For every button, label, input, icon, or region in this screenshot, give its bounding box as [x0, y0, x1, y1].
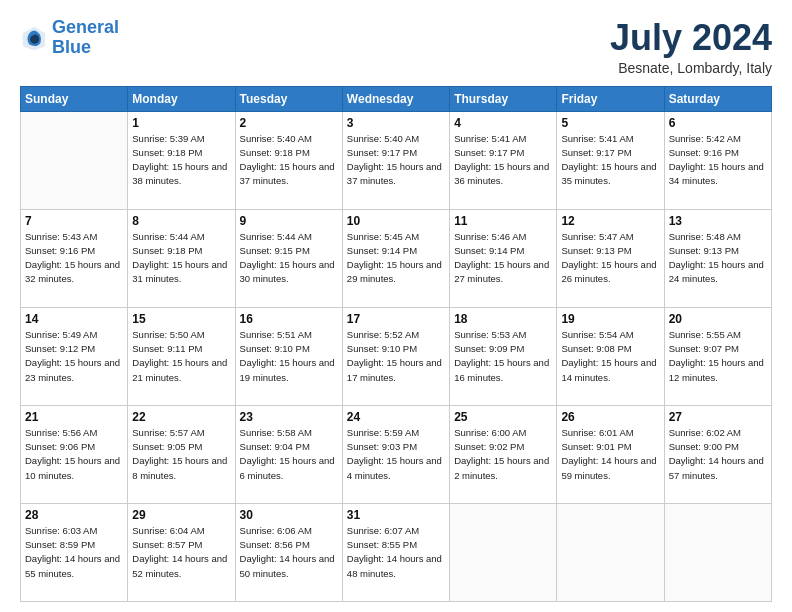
sunrise-text: Sunrise: 5:42 AM [669, 133, 741, 144]
daylight-text: Daylight: 15 hours and 19 minutes. [240, 357, 335, 382]
day-number: 9 [240, 214, 338, 228]
day-number: 17 [347, 312, 445, 326]
logo-icon [20, 24, 48, 52]
calendar-week-row: 7 Sunrise: 5:43 AM Sunset: 9:16 PM Dayli… [21, 209, 772, 307]
table-row: 16 Sunrise: 5:51 AM Sunset: 9:10 PM Dayl… [235, 307, 342, 405]
day-number: 4 [454, 116, 552, 130]
table-row: 3 Sunrise: 5:40 AM Sunset: 9:17 PM Dayli… [342, 111, 449, 209]
day-info: Sunrise: 5:59 AM Sunset: 9:03 PM Dayligh… [347, 426, 445, 483]
daylight-text: Daylight: 15 hours and 23 minutes. [25, 357, 120, 382]
sunset-text: Sunset: 9:11 PM [132, 343, 202, 354]
daylight-text: Daylight: 15 hours and 2 minutes. [454, 455, 549, 480]
day-info: Sunrise: 5:41 AM Sunset: 9:17 PM Dayligh… [561, 132, 659, 189]
day-number: 31 [347, 508, 445, 522]
daylight-text: Daylight: 15 hours and 37 minutes. [347, 161, 442, 186]
calendar-header-row: Sunday Monday Tuesday Wednesday Thursday… [21, 86, 772, 111]
day-info: Sunrise: 5:55 AM Sunset: 9:07 PM Dayligh… [669, 328, 767, 385]
day-number: 5 [561, 116, 659, 130]
sunset-text: Sunset: 9:00 PM [669, 441, 739, 452]
col-saturday: Saturday [664, 86, 771, 111]
sunrise-text: Sunrise: 5:57 AM [132, 427, 204, 438]
table-row: 18 Sunrise: 5:53 AM Sunset: 9:09 PM Dayl… [450, 307, 557, 405]
daylight-text: Daylight: 15 hours and 30 minutes. [240, 259, 335, 284]
sunset-text: Sunset: 9:10 PM [240, 343, 310, 354]
sunrise-text: Sunrise: 6:07 AM [347, 525, 419, 536]
day-number: 20 [669, 312, 767, 326]
day-number: 1 [132, 116, 230, 130]
sunrise-text: Sunrise: 6:04 AM [132, 525, 204, 536]
calendar-week-row: 14 Sunrise: 5:49 AM Sunset: 9:12 PM Dayl… [21, 307, 772, 405]
day-info: Sunrise: 5:52 AM Sunset: 9:10 PM Dayligh… [347, 328, 445, 385]
day-info: Sunrise: 5:48 AM Sunset: 9:13 PM Dayligh… [669, 230, 767, 287]
daylight-text: Daylight: 15 hours and 6 minutes. [240, 455, 335, 480]
day-number: 6 [669, 116, 767, 130]
daylight-text: Daylight: 14 hours and 50 minutes. [240, 553, 335, 578]
col-monday: Monday [128, 86, 235, 111]
table-row: 6 Sunrise: 5:42 AM Sunset: 9:16 PM Dayli… [664, 111, 771, 209]
table-row: 7 Sunrise: 5:43 AM Sunset: 9:16 PM Dayli… [21, 209, 128, 307]
sunset-text: Sunset: 9:07 PM [669, 343, 739, 354]
day-number: 30 [240, 508, 338, 522]
daylight-text: Daylight: 15 hours and 17 minutes. [347, 357, 442, 382]
daylight-text: Daylight: 15 hours and 16 minutes. [454, 357, 549, 382]
daylight-text: Daylight: 14 hours and 55 minutes. [25, 553, 120, 578]
table-row: 14 Sunrise: 5:49 AM Sunset: 9:12 PM Dayl… [21, 307, 128, 405]
sunrise-text: Sunrise: 5:39 AM [132, 133, 204, 144]
daylight-text: Daylight: 15 hours and 38 minutes. [132, 161, 227, 186]
day-number: 24 [347, 410, 445, 424]
sunrise-text: Sunrise: 6:03 AM [25, 525, 97, 536]
month-title: July 2024 [610, 18, 772, 58]
sunset-text: Sunset: 9:17 PM [347, 147, 417, 158]
sunrise-text: Sunrise: 5:51 AM [240, 329, 312, 340]
day-number: 26 [561, 410, 659, 424]
sunset-text: Sunset: 9:12 PM [25, 343, 95, 354]
col-wednesday: Wednesday [342, 86, 449, 111]
table-row: 21 Sunrise: 5:56 AM Sunset: 9:06 PM Dayl… [21, 405, 128, 503]
sunrise-text: Sunrise: 5:44 AM [240, 231, 312, 242]
daylight-text: Daylight: 14 hours and 48 minutes. [347, 553, 442, 578]
day-info: Sunrise: 5:40 AM Sunset: 9:18 PM Dayligh… [240, 132, 338, 189]
col-sunday: Sunday [21, 86, 128, 111]
table-row: 23 Sunrise: 5:58 AM Sunset: 9:04 PM Dayl… [235, 405, 342, 503]
daylight-text: Daylight: 14 hours and 59 minutes. [561, 455, 656, 480]
page: General Blue July 2024 Besnate, Lombardy… [0, 0, 792, 612]
daylight-text: Daylight: 15 hours and 36 minutes. [454, 161, 549, 186]
day-info: Sunrise: 5:39 AM Sunset: 9:18 PM Dayligh… [132, 132, 230, 189]
day-info: Sunrise: 6:06 AM Sunset: 8:56 PM Dayligh… [240, 524, 338, 581]
sunrise-text: Sunrise: 5:55 AM [669, 329, 741, 340]
day-number: 18 [454, 312, 552, 326]
daylight-text: Daylight: 15 hours and 14 minutes. [561, 357, 656, 382]
sunrise-text: Sunrise: 5:54 AM [561, 329, 633, 340]
daylight-text: Daylight: 15 hours and 35 minutes. [561, 161, 656, 186]
table-row: 9 Sunrise: 5:44 AM Sunset: 9:15 PM Dayli… [235, 209, 342, 307]
daylight-text: Daylight: 15 hours and 32 minutes. [25, 259, 120, 284]
sunrise-text: Sunrise: 5:40 AM [347, 133, 419, 144]
sunset-text: Sunset: 9:14 PM [347, 245, 417, 256]
calendar-week-row: 21 Sunrise: 5:56 AM Sunset: 9:06 PM Dayl… [21, 405, 772, 503]
day-number: 13 [669, 214, 767, 228]
sunset-text: Sunset: 9:10 PM [347, 343, 417, 354]
sunset-text: Sunset: 9:17 PM [561, 147, 631, 158]
daylight-text: Daylight: 15 hours and 10 minutes. [25, 455, 120, 480]
table-row: 10 Sunrise: 5:45 AM Sunset: 9:14 PM Dayl… [342, 209, 449, 307]
day-number: 29 [132, 508, 230, 522]
day-number: 12 [561, 214, 659, 228]
table-row: 17 Sunrise: 5:52 AM Sunset: 9:10 PM Dayl… [342, 307, 449, 405]
daylight-text: Daylight: 15 hours and 4 minutes. [347, 455, 442, 480]
calendar-week-row: 28 Sunrise: 6:03 AM Sunset: 8:59 PM Dayl… [21, 503, 772, 601]
day-number: 19 [561, 312, 659, 326]
logo-text: General Blue [52, 18, 119, 58]
sunset-text: Sunset: 9:16 PM [669, 147, 739, 158]
table-row: 2 Sunrise: 5:40 AM Sunset: 9:18 PM Dayli… [235, 111, 342, 209]
sunrise-text: Sunrise: 5:50 AM [132, 329, 204, 340]
sunset-text: Sunset: 9:13 PM [561, 245, 631, 256]
table-row: 19 Sunrise: 5:54 AM Sunset: 9:08 PM Dayl… [557, 307, 664, 405]
day-number: 8 [132, 214, 230, 228]
sunrise-text: Sunrise: 6:01 AM [561, 427, 633, 438]
sunrise-text: Sunrise: 5:59 AM [347, 427, 419, 438]
day-info: Sunrise: 5:44 AM Sunset: 9:15 PM Dayligh… [240, 230, 338, 287]
day-number: 3 [347, 116, 445, 130]
daylight-text: Daylight: 15 hours and 12 minutes. [669, 357, 764, 382]
day-info: Sunrise: 6:01 AM Sunset: 9:01 PM Dayligh… [561, 426, 659, 483]
daylight-text: Daylight: 15 hours and 26 minutes. [561, 259, 656, 284]
